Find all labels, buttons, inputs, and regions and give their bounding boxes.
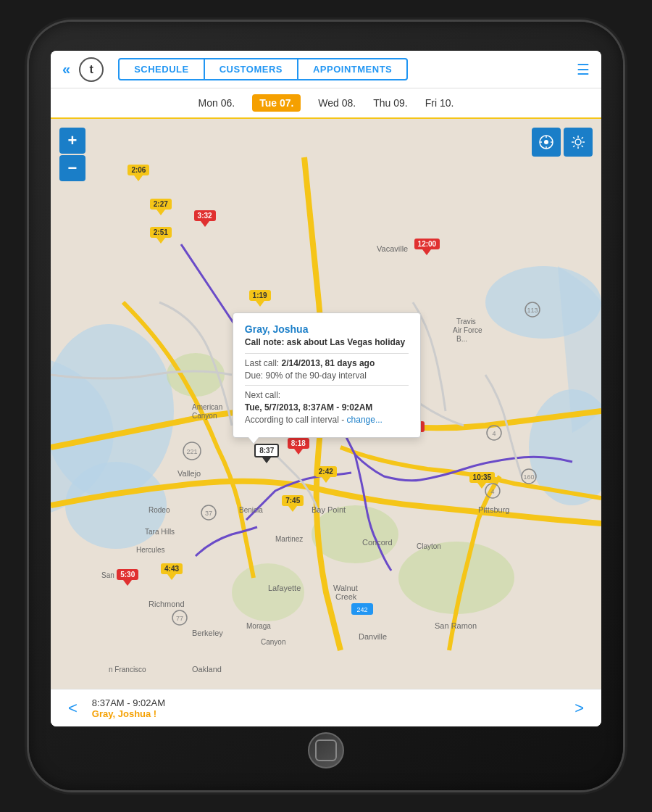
map-tools [532,128,593,157]
svg-text:Clayton: Clayton [417,542,441,550]
svg-text:Rodeo: Rodeo [149,506,170,514]
svg-text:Lafayette: Lafayette [268,584,301,592]
zoom-in-button[interactable]: + [59,128,85,154]
svg-text:n Francisco: n Francisco [109,666,146,674]
svg-text:Benicia: Benicia [239,506,263,514]
map-zoom-controls: + − [59,128,85,181]
pin-818[interactable]: 8:18 [288,438,309,455]
svg-text:Berkeley: Berkeley [192,629,223,637]
logo: t [79,57,104,82]
svg-text:Vacaville: Vacaville [377,244,408,253]
prev-button[interactable]: < [62,699,83,718]
hamburger-button[interactable]: ☰ [577,61,590,78]
popup-customer-name: Gray, Joshua [245,323,409,335]
date-tue[interactable]: Tue 07. [252,94,301,112]
pin-1200[interactable]: 12:00 [414,239,440,255]
svg-text:Danville: Danville [359,632,387,641]
map-container[interactable]: Vacaville Fairfield Travis Air Force B..… [51,119,601,689]
svg-text:Vallejo: Vallejo [177,469,201,478]
settings-button[interactable] [564,128,593,157]
svg-text:Moraga: Moraga [246,622,271,630]
popup-call-note: Call note: ask about Las Vegas holiday [245,337,409,347]
date-thu[interactable]: Thu 09. [373,97,407,109]
svg-text:Creek: Creek [335,592,357,601]
svg-point-6 [312,505,398,563]
svg-text:221: 221 [186,448,197,455]
bottom-bar: < 8:37AM - 9:02AM Gray, Joshua ! > [51,689,601,726]
next-button[interactable]: > [569,699,590,718]
app-header: « t SCHEDULE CUSTOMERS APPOINTMENTS ☰ [51,51,601,88]
bottom-info: 8:37AM - 9:02AM Gray, Joshua ! [83,697,569,719]
svg-text:Concord: Concord [362,538,393,547]
pin-332[interactable]: 3:32 [194,210,216,227]
zoom-out-button[interactable]: − [59,155,85,181]
popup-next-call-label: Next call: [245,390,409,400]
tab-appointments[interactable]: APPOINTMENTS [298,58,408,80]
svg-text:4: 4 [492,430,496,437]
date-mon[interactable]: Mon 06. [198,97,235,109]
back-button[interactable]: « [62,61,70,78]
customer-popup[interactable]: Gray, Joshua Call note: ask about Las Ve… [233,312,421,438]
svg-point-59 [544,140,548,144]
svg-text:B...: B... [456,335,467,343]
svg-text:San Ramon: San Ramon [435,621,477,630]
svg-text:Canyon: Canyon [261,638,285,646]
popup-due: Due: 90% of the 90-day interval [245,370,409,381]
popup-divider-2 [245,385,409,386]
location-button[interactable] [532,128,561,157]
svg-text:242: 242 [356,606,367,613]
svg-text:Walnut: Walnut [333,584,358,592]
date-bar: Mon 06. Tue 07. Wed 08. Thu 09. Fri 10. [51,88,601,119]
popup-last-call: Last call: 2/14/2013, 81 days ago [245,358,409,368]
pin-745[interactable]: 7:45 [282,495,304,512]
svg-text:Richmond: Richmond [149,600,185,608]
change-link[interactable]: change... [347,415,383,425]
home-button-inner [315,740,337,761]
tab-schedule[interactable]: SCHEDULE [118,58,205,80]
popup-next-call-value: Tue, 5/7/2013, 8:37AM - 9:02AM [245,402,409,413]
pin-206[interactable]: 2:06 [128,165,149,181]
bottom-time: 8:37AM - 9:02AM [92,697,560,708]
tab-customers[interactable]: CUSTOMERS [205,58,298,80]
svg-text:113: 113 [527,307,538,314]
svg-text:Air Force: Air Force [453,326,482,334]
home-button[interactable] [308,732,344,768]
pin-1035[interactable]: 10:35 [469,472,496,489]
svg-text:Pittsburg: Pittsburg [478,505,509,514]
popup-according: According to call interval - change... [245,415,409,425]
svg-text:Hercules: Hercules [136,546,164,554]
pin-119[interactable]: 1:19 [249,290,271,307]
pin-242[interactable]: 2:42 [315,466,337,483]
svg-text:Canyon: Canyon [192,412,217,420]
date-fri[interactable]: Fri 10. [425,97,454,109]
svg-point-8 [232,563,304,621]
date-wed[interactable]: Wed 08. [318,97,356,109]
pin-443[interactable]: 4:43 [161,563,183,580]
svg-text:American: American [192,403,222,411]
svg-point-5 [167,353,225,397]
svg-text:Bay Point: Bay Point [312,505,346,514]
svg-text:Travis: Travis [456,318,476,326]
svg-text:Martinez: Martinez [275,535,303,543]
pin-251[interactable]: 2:51 [150,227,172,244]
svg-text:4: 4 [490,488,494,495]
nav-tabs: SCHEDULE CUSTOMERS APPOINTMENTS [118,58,408,80]
svg-text:77: 77 [176,615,183,622]
popup-divider [245,353,409,354]
tablet-screen: « t SCHEDULE CUSTOMERS APPOINTMENTS ☰ Mo… [51,51,601,726]
svg-text:Oakland: Oakland [192,665,222,674]
svg-point-64 [575,139,581,145]
tablet-device: « t SCHEDULE CUSTOMERS APPOINTMENTS ☰ Mo… [29,22,623,790]
pin-227[interactable]: 2:27 [150,199,172,215]
bottom-customer-name: Gray, Joshua ! [92,708,560,719]
svg-text:160: 160 [523,473,534,481]
pin-530[interactable]: 5:30 [117,569,138,586]
pin-837[interactable]: 8:37 [254,444,279,463]
svg-text:Tara Hills: Tara Hills [145,528,175,536]
svg-text:37: 37 [205,510,212,517]
